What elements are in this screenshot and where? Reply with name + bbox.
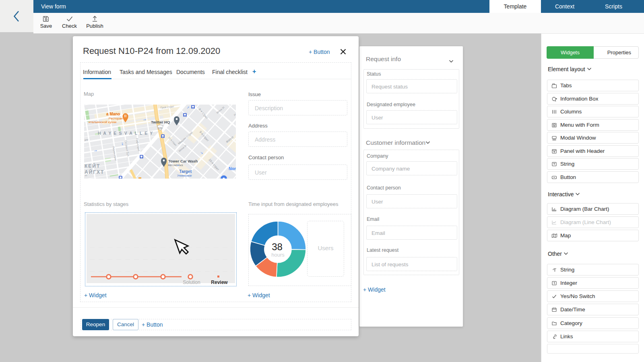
svg-text:Универмаг: Универмаг: [177, 174, 192, 177]
svg-text:ИТ: ИТ: [85, 139, 89, 142]
svg-text:Twitter HQ: Twitter HQ: [151, 120, 170, 124]
svg-text:Nor: Nor: [229, 166, 236, 171]
svg-text:Автомойка: Автомойка: [168, 163, 183, 167]
svg-text:38: 38: [272, 241, 283, 252]
svg-text:hours: hours: [271, 252, 285, 258]
svg-text:Ресторан: Ресторан: [109, 117, 123, 120]
svg-text:итальянской кухни: итальянской кухни: [89, 120, 116, 124]
svg-text:a Mano: a Mano: [106, 112, 120, 116]
svg-text:Target: Target: [179, 169, 192, 174]
svg-text:КЕЙТ: КЕЙТ: [85, 163, 100, 169]
svg-text:АЙГХТ: АЙГХТ: [85, 169, 104, 175]
svg-text:H A Y E S V A L L E Y: H A Y E S V A L L E Y: [98, 131, 153, 136]
svg-text:Review: Review: [211, 280, 228, 284]
svg-text:101: 101: [158, 127, 163, 130]
svg-text:Tower Car Wash: Tower Car Wash: [168, 159, 198, 163]
svg-text:Solution: Solution: [183, 280, 200, 284]
